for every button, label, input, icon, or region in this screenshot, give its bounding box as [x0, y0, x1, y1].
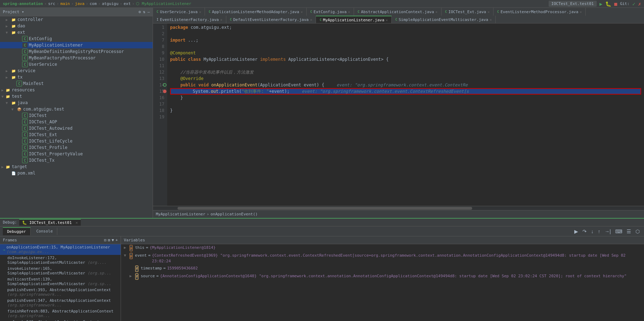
tab-close-ioctest-ext[interactable]: ✕: [487, 10, 490, 14]
tab-userservice[interactable]: C UserService.java ✕: [153, 8, 205, 16]
debug-session-close[interactable]: ✕: [75, 220, 78, 225]
code-editor: 1 2 7 8 9 10 11 12 13 14 15 16 17: [153, 23, 644, 206]
sidebar-item-ioctest-lc[interactable]: C IOCTest_LifeCycle: [0, 138, 153, 144]
ln-12: 12: [156, 69, 164, 75]
sidebar-item-userservice[interactable]: C UserService: [0, 61, 153, 68]
tab-close-eventlistener-method[interactable]: ✕: [580, 10, 582, 14]
sidebar-hide-icon[interactable]: —: [147, 10, 150, 14]
class-icon-extconfig: C: [22, 36, 28, 42]
frame-item-8[interactable]: refresh:546, AbstractApplicationContext …: [0, 319, 121, 321]
debug-icon[interactable]: 🐛: [605, 1, 611, 7]
var-item-event[interactable]: ▼ p event = {ContextRefreshedEvent@1969}…: [121, 252, 644, 265]
git-check-icon[interactable]: ✓: [632, 1, 635, 7]
git-x-icon[interactable]: ✗: [638, 1, 641, 7]
label-ioctest-lc: IOCTest_LifeCycle: [29, 139, 73, 144]
sidebar-item-extconfig[interactable]: C ExtConfig: [0, 36, 153, 42]
frame-item-1[interactable]: → onApplicationEvent:15, MyApplicationLi…: [0, 244, 121, 255]
var-toggle-this[interactable]: ▶: [124, 245, 128, 251]
step-into-btn[interactable]: ↓: [590, 228, 595, 235]
tab-close-defaulteventlistenerfactory[interactable]: ✕: [310, 18, 312, 22]
breakpoints-btn[interactable]: ⬡: [634, 228, 641, 235]
frames-filter-icon[interactable]: ▼: [112, 238, 114, 242]
tab-extconfig[interactable]: C ExtConfig.java ✕: [307, 8, 354, 16]
tab-close-abstractappctx[interactable]: ✕: [436, 10, 438, 14]
run-config[interactable]: IOCTest_Ext.test01: [549, 1, 597, 7]
sidebar-item-ioctest-ext[interactable]: C IOCTest_Ext: [0, 132, 153, 138]
run-icon[interactable]: ▶: [600, 1, 602, 7]
tab-eventlistener-method[interactable]: C EventListenerMethodProcessor.java ✕: [493, 8, 586, 16]
tab-close-simpleappeventmulticaster[interactable]: ✕: [490, 18, 492, 22]
frames-expand-icon[interactable]: ⊞: [108, 238, 110, 242]
tab-eventlistenerfactory[interactable]: I EventListenerFactory.java ✕: [153, 16, 226, 23]
label-test: test: [12, 94, 22, 99]
sidebar-item-ioctest-auto[interactable]: C IOCTest_Autowired: [0, 125, 153, 132]
horizontal-scrollbar[interactable]: [153, 206, 644, 210]
sidebar-item-service[interactable]: ▶ 📁 service: [0, 68, 153, 74]
sidebar-item-test[interactable]: ▼ 📁 test: [0, 93, 153, 100]
frame-item-4[interactable]: multicastEvent:139, SimpleApplicationEve…: [0, 276, 121, 287]
tab-close-extconfig[interactable]: ✕: [348, 10, 350, 14]
step-over-btn[interactable]: ↷: [581, 228, 588, 235]
stop-icon[interactable]: ■: [614, 1, 617, 7]
sidebar-item-myapplistener[interactable]: C MyApplicationListener: [0, 42, 153, 48]
sidebar-item-java[interactable]: ▼ 📁 java: [0, 100, 153, 106]
frame-item-6[interactable]: publishEvent:347, AbstractApplicationCon…: [0, 298, 121, 308]
frames-collapse-icon[interactable]: ⊟: [104, 238, 107, 242]
sidebar-item-ioctest-tx[interactable]: C IOCTest_Tx: [0, 157, 153, 164]
sidebar-item-pkg[interactable]: ▼ 📦 com.atguigu.test: [0, 106, 153, 112]
sidebar-item-dao[interactable]: ▶ 📁 dao: [0, 23, 153, 29]
class-icon-userservice: C: [22, 61, 28, 67]
var-toggle-event[interactable]: ▼: [124, 253, 128, 258]
import-dots: ...;: [185, 37, 198, 43]
sidebar-item-controller[interactable]: ▶ 📁 controller: [0, 16, 153, 23]
var-item-timestamp[interactable]: f timestamp = 1599059436602: [121, 265, 644, 273]
sidebar-item-ioctest[interactable]: C IOCTest: [0, 112, 153, 119]
tab-close-almethodadapter[interactable]: ✕: [301, 10, 303, 14]
frame-item-3[interactable]: invokeListener:165, SimpleApplicationEve…: [0, 266, 121, 276]
frame-item-2[interactable]: doInvokeListener:172, SimpleApplicationE…: [0, 255, 121, 266]
kw-class: class: [188, 56, 201, 63]
sidebar-item-mybeandef[interactable]: C MyBeanDefinitionRegistryPostProcessor: [0, 48, 153, 55]
step-out-btn[interactable]: ↑: [596, 228, 602, 235]
tab-defaulteventlistenerfactory[interactable]: C DefaultEventListenerFactory.java ✕: [226, 16, 316, 23]
resume-btn[interactable]: ▶: [573, 228, 580, 235]
sidebar-item-ioctest-aop[interactable]: C IOCTest_AOP: [0, 119, 153, 125]
tab-ioctest-ext[interactable]: C IOCTest_Ext.java ✕: [442, 8, 493, 16]
sidebar-item-target[interactable]: ▶ 📁 target: [0, 164, 153, 170]
var-toggle-source[interactable]: ▶: [130, 273, 134, 279]
code-content[interactable]: package com.atguigu.ext; import ...; @Co…: [167, 23, 644, 206]
var-item-this[interactable]: ▶ p this = {MyApplicationListener@1814}: [121, 244, 644, 252]
frame-item-5[interactable]: publishEvent:393, AbstractApplicationCon…: [0, 287, 121, 298]
bc-src: src: [48, 1, 55, 6]
sidebar-item-ioctest-prop[interactable]: C IOCTest_PropertyValue: [0, 151, 153, 157]
tab-close-eventlistenerfactory[interactable]: ✕: [220, 18, 222, 22]
sidebar-item-resources[interactable]: ▶ 📁 resources: [0, 87, 153, 93]
tab-close-userservice[interactable]: ✕: [199, 10, 201, 14]
variables-list: ▶ p this = {MyApplicationListener@1814} …: [121, 244, 644, 321]
sidebar-item-ext[interactable]: ▼ 📁 ext: [0, 29, 153, 36]
var-item-source[interactable]: ▶ f source = {AnnotationConfigApplicatio…: [121, 273, 644, 280]
tab-simpleappeventmulticaster[interactable]: C SimpleApplicationEventMulticaster.java…: [392, 16, 496, 23]
frame-item-7[interactable]: finishRefresh:883, AbstractApplicationCo…: [0, 308, 121, 319]
bottom-tab-console[interactable]: Console: [32, 228, 57, 235]
tab-almethodadapter[interactable]: C ApplicationListenerMethodAdapter.java …: [205, 8, 307, 16]
sidebar-settings-icon[interactable]: ⚙: [138, 10, 141, 14]
evaluate-btn[interactable]: ⌨: [614, 228, 624, 235]
scrollbar-thumb-h[interactable]: [178, 207, 472, 210]
line-numbers: 1 2 7 8 9 10 11 12 13 14 15 16 17: [153, 23, 167, 206]
sidebar-item-tx[interactable]: ▶ 📁 tx: [0, 74, 153, 80]
sidebar-item-ioctest-prof[interactable]: C IOCTest_Profile: [0, 144, 153, 151]
tab-myapplistener[interactable]: C MyApplicationListener.java ✕: [316, 16, 392, 23]
sidebar-item-pom[interactable]: 📄 pom.xml: [0, 170, 153, 176]
run-to-cursor-btn[interactable]: →|: [603, 228, 612, 235]
sidebar-expand-icon[interactable]: ⇅: [143, 10, 146, 14]
tab-abstractappctx[interactable]: C AbstractApplicationContext.java ✕: [354, 8, 442, 16]
tab-icon-abstractappctx: C: [358, 10, 359, 14]
sidebar-item-maintest[interactable]: C MainTest: [0, 80, 153, 87]
tab-close-myapplistener[interactable]: ✕: [386, 18, 388, 22]
frames-add-icon[interactable]: +: [115, 238, 118, 242]
sidebar-item-mybeaneactory[interactable]: C MyBeanFactoryPostProcessor: [0, 55, 153, 61]
frames-btn[interactable]: ☰: [625, 228, 633, 235]
bottom-tab-debugger[interactable]: Debugger: [3, 227, 31, 235]
debug-session-tab[interactable]: 🐛 IOCTest_Ext.test01 ✕: [19, 219, 81, 226]
